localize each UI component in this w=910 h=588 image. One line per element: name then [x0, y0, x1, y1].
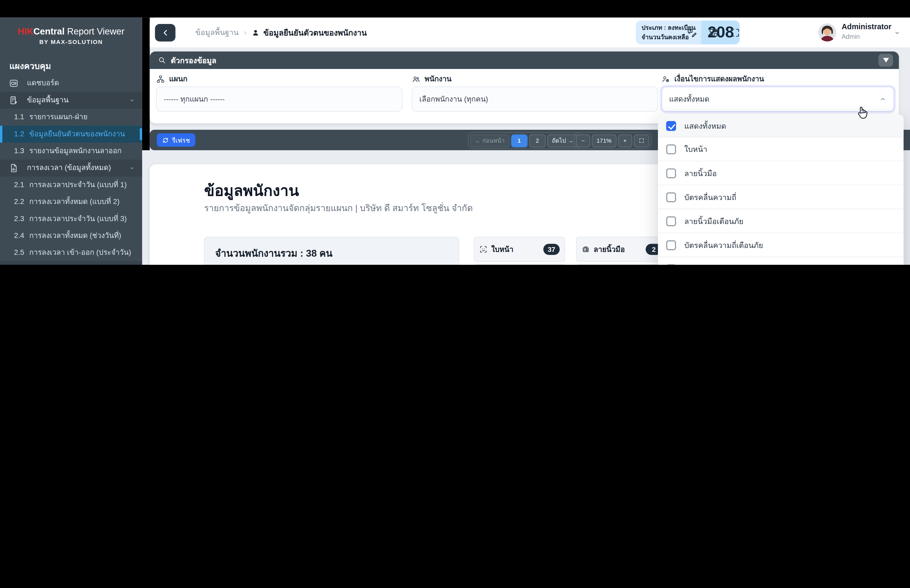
report-title: ข้อมูลพนักงาน	[204, 178, 299, 202]
item-label: ข้อมูลยืนยันตัวตนของพนักงาน	[29, 128, 125, 140]
item-label: รายการแผนก-ฝ่าย	[29, 111, 87, 123]
employee-label: พนักงาน	[412, 73, 452, 85]
sidebar-item-1-1[interactable]: 1.1รายการแผนก-ฝ่าย	[0, 109, 142, 126]
item-number: 2.5	[14, 249, 29, 257]
app-logo: HIKCentral Report Viewer BY MAX-SOLUTION	[0, 18, 142, 52]
department-input[interactable]: ------ ทุกแผนก ------	[156, 87, 402, 112]
zoom-in-button[interactable]: +	[618, 134, 632, 147]
sidebar: HIKCentral Report Viewer BY MAX-SOLUTION…	[0, 18, 142, 265]
option-label: ใบหน้า	[684, 143, 707, 155]
user-avatar[interactable]	[818, 23, 836, 42]
item-label: แดชบอร์ด	[27, 78, 59, 89]
dropdown-option-fingerprint-alert[interactable]: ลายนิ้วมือเตือนภัย	[658, 209, 904, 233]
filter-collapse-button[interactable]	[878, 54, 893, 66]
display-condition-label: เงื่อนไขการแสดงผลพนักงาน	[661, 73, 764, 85]
sidebar-item-2-2[interactable]: 2.2การลงเวลาทั้งหมด (แบบที่ 2)	[0, 194, 142, 210]
chevron-up-icon	[879, 95, 887, 103]
fingerprint-icon	[581, 245, 590, 254]
zoom-level[interactable]: 171%	[592, 134, 616, 147]
option-label: ลายนิ้วมือ	[684, 167, 717, 179]
display-condition-dropdown: แสดงทั้งหมด ใบหน้า ลายนิ้วมือ บัตรคลื่นค…	[658, 115, 904, 265]
item-number: 2.2	[14, 198, 29, 206]
sidebar-gutter	[142, 18, 150, 150]
dropdown-option-fingerprint[interactable]: ลายนิ้วมือ	[658, 161, 904, 185]
user-name: Administrator	[842, 22, 891, 32]
user-role: Admin	[842, 32, 891, 40]
report-subtitle: รายการข้อมูลพนักงานจัดกลุ่มรายแผนก | บริ…	[204, 201, 473, 215]
next-page-button[interactable]: ถัดไป →	[547, 134, 578, 147]
brand-subtitle: BY MAX-SOLUTION	[5, 39, 137, 46]
sidebar-item-2-5[interactable]: 2.5การลงเวลา เข้า-ออก (ประจำวัน)	[0, 244, 142, 261]
chevron-down-icon	[129, 97, 135, 103]
zoom-controls: − 171% +	[574, 132, 651, 149]
avatar-image	[818, 23, 836, 42]
refresh-label: รีเฟรช	[172, 135, 190, 145]
help-edit-icon[interactable]	[687, 27, 697, 38]
dropdown-option-face[interactable]: ใบหน้า	[658, 137, 904, 161]
mouse-cursor	[855, 105, 869, 121]
sidebar-group-basic-data[interactable]: ข้อมูลพื้นฐาน	[0, 92, 142, 108]
option-label: บัตรคลื่นความถี่	[684, 191, 737, 203]
checkbox[interactable]	[666, 264, 676, 265]
page-1-button[interactable]: 1	[511, 134, 527, 147]
brand-hik: HIK	[18, 26, 33, 36]
dropdown-option-rf-card[interactable]: บัตรคลื่นความถี่	[658, 185, 904, 209]
apps-grid-icon[interactable]	[708, 27, 719, 38]
chevron-down-icon[interactable]	[894, 29, 901, 36]
breadcrumb-current: ข้อมูลยืนยันตัวตนของพนักงาน	[252, 26, 367, 39]
chevron-down-icon	[129, 165, 135, 171]
sidebar-section-label: แผงควบคุม	[0, 52, 142, 75]
prev-page-button[interactable]: ← ก่อนหน้า	[470, 134, 509, 147]
item-label: การลงเวลาทั้งหมด (ช่วงวันที่)	[29, 230, 121, 242]
triangle-down-icon	[883, 58, 889, 63]
breadcrumb-separator: ›	[244, 28, 246, 37]
filter-card: ตัวกรองข้อมูล แผนก พนักงาน เงื่อนไขการแส…	[150, 51, 899, 123]
group-label: การลงเวลาส่วนบุคล	[27, 264, 90, 265]
item-label: การลงเวลาประจำวัน (แบบที่ 1)	[29, 179, 127, 191]
checkbox[interactable]	[666, 240, 676, 250]
group-label: การลงเวลา (ข้อมูลทั้งหมด)	[27, 162, 111, 174]
sidebar-group-personal-time[interactable]: การลงเวลาส่วนบุคล	[0, 262, 142, 265]
option-label: ลายนิ้วมือเตือนภัย	[684, 215, 744, 227]
back-button[interactable]	[155, 24, 176, 42]
fullscreen-icon[interactable]	[730, 27, 740, 38]
item-number: 1.3	[14, 147, 29, 155]
pagination: ← ก่อนหน้า 1 2 ถัดไป →	[468, 132, 580, 149]
person-icon	[252, 28, 260, 37]
refresh-button[interactable]: รีเฟรช	[157, 133, 195, 147]
file-chart-icon	[9, 163, 19, 173]
stat-card-face: ใบหน้า 37	[474, 237, 565, 262]
zoom-out-button[interactable]: −	[576, 134, 590, 147]
checkbox-checked[interactable]	[666, 121, 676, 131]
department-label: แผนก	[156, 73, 187, 85]
checkbox[interactable]	[666, 144, 676, 154]
checkbox[interactable]	[666, 168, 676, 178]
sidebar-group-time-all[interactable]: การลงเวลา (ข้อมูลทั้งหมด)	[0, 160, 142, 176]
item-number: 2.1	[14, 181, 29, 189]
employee-input[interactable]: เลือกพนักงาน (ทุกคน)	[412, 87, 658, 112]
stat-card-fingerprint-alert: นิ้วมือเตือนภัย 0	[474, 264, 565, 265]
sidebar-item-2-3[interactable]: 2.3การลงเวลาประจำวัน (แบบที่ 3)	[0, 210, 142, 227]
org-chart-icon	[156, 74, 165, 83]
checkbox[interactable]	[666, 192, 676, 202]
face-scan-icon	[479, 245, 488, 254]
checkbox[interactable]	[666, 216, 676, 226]
fit-screen-button[interactable]	[634, 134, 649, 147]
dropdown-option-rf-card-alert[interactable]: บัตรคลื่นความถี่เตือนภัย	[658, 233, 904, 257]
breadcrumb-current-label: ข้อมูลยืนยันตัวตนของพนักงาน	[263, 26, 367, 39]
option-label: รหัสผ่าน	[684, 263, 712, 265]
sidebar-item-dashboard[interactable]: แดชบอร์ด	[0, 75, 142, 92]
breadcrumb-parent[interactable]: ข้อมูลพื้นฐาน	[196, 26, 239, 39]
item-label: การลงเวลา เข้า-ออก (ประจำวัน)	[29, 247, 131, 258]
search-icon	[158, 56, 166, 64]
sidebar-item-2-4[interactable]: 2.4การลงเวลาทั้งหมด (ช่วงวันที่)	[0, 228, 142, 244]
sidebar-item-2-1[interactable]: 2.1การลงเวลาประจำวัน (แบบที่ 1)	[0, 176, 142, 193]
item-label: การลงเวลาประจำวัน (แบบที่ 3)	[29, 213, 127, 225]
page-2-button[interactable]: 2	[529, 134, 545, 147]
sidebar-item-1-2-active[interactable]: 1.2ข้อมูลยืนยันตัวตนของพนักงาน	[0, 126, 142, 142]
item-number: 2.3	[14, 215, 29, 223]
sidebar-item-1-3[interactable]: 1.3รายงานข้อมูลพนักงานลาออก	[0, 143, 142, 160]
dropdown-option-password[interactable]: รหัสผ่าน	[658, 257, 904, 265]
person-gear-icon	[661, 74, 670, 83]
user-menu[interactable]: Administrator Admin	[842, 22, 891, 40]
